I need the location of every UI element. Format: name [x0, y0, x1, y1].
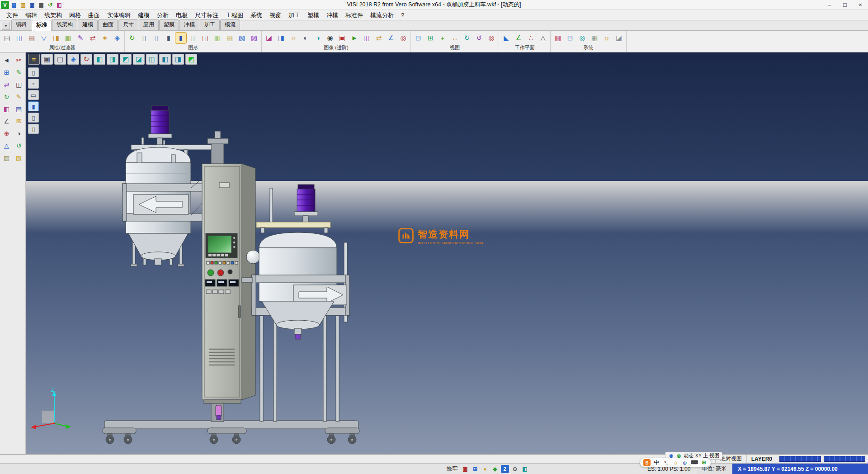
- layer-filter-icon[interactable]: ▥: [63, 33, 74, 43]
- toolbar-tab[interactable]: 尺寸: [118, 19, 138, 30]
- menu-item[interactable]: 模流分析: [367, 10, 397, 21]
- background-icon[interactable]: ▧: [236, 33, 247, 43]
- zoom-fit-icon[interactable]: ⊡: [413, 33, 424, 43]
- open-document-icon[interactable]: ▥: [19, 1, 27, 9]
- color-filter-icon[interactable]: ◨: [51, 33, 61, 43]
- workplane-standard-icon[interactable]: ◣: [501, 33, 512, 43]
- viewport-menu-icon[interactable]: ≡: [28, 54, 40, 65]
- view-back-icon[interactable]: ◧: [159, 54, 171, 65]
- hidden-line-icon[interactable]: ▯: [151, 33, 162, 43]
- minimize-button[interactable]: –: [822, 0, 837, 9]
- snap-grid-icon[interactable]: ⊞: [471, 465, 479, 473]
- snapshot-icon[interactable]: ▣: [337, 33, 348, 43]
- menu-item[interactable]: 尺寸标注: [191, 10, 222, 21]
- toolbar-tab[interactable]: 应用: [139, 19, 159, 30]
- camera-icon[interactable]: ◉: [325, 33, 335, 43]
- visi-logo-icon[interactable]: V: [1, 1, 9, 9]
- maximize-button[interactable]: □: [837, 0, 853, 9]
- lighting-icon[interactable]: ☼: [288, 33, 299, 43]
- menu-item[interactable]: 编辑: [22, 10, 41, 21]
- menu-item[interactable]: 系统: [247, 10, 266, 21]
- toolbar-tab[interactable]: 标准: [32, 20, 52, 31]
- menu-item[interactable]: 实体编辑: [104, 10, 134, 21]
- view-bottom-icon[interactable]: ◨: [172, 54, 184, 65]
- workplane-entity-icon[interactable]: ∠: [513, 33, 524, 43]
- shaded-display-icon[interactable]: ▮: [163, 33, 174, 43]
- view-iso-icon[interactable]: ◧: [94, 54, 105, 65]
- wireframe-display-icon[interactable]: ▯: [139, 33, 150, 43]
- lock-toggle[interactable]: 拴牢: [443, 465, 461, 473]
- environment-icon[interactable]: ◎: [577, 33, 588, 43]
- menu-item[interactable]: 塑模: [304, 10, 323, 21]
- model-control-cabinet[interactable]: [202, 164, 260, 403]
- toolbar-tab[interactable]: 曲面: [98, 19, 118, 30]
- options-icon[interactable]: ☼: [601, 33, 612, 43]
- ime-mic-icon[interactable]: ψ: [681, 459, 689, 466]
- measure-icon[interactable]: ∠: [386, 33, 396, 43]
- triangle-icon[interactable]: △: [1, 140, 12, 151]
- filter-icon[interactable]: ▽: [38, 33, 49, 43]
- snap-icon[interactable]: ⊞: [1, 67, 12, 78]
- gear-icon[interactable]: ⊙: [511, 465, 519, 473]
- filter-groups-icon[interactable]: ▯: [28, 124, 39, 134]
- phase-icon[interactable]: ◑: [14, 128, 24, 139]
- pan-icon[interactable]: ↔: [449, 33, 460, 43]
- display-settings-icon[interactable]: ⊡: [565, 33, 576, 43]
- new-document-icon[interactable]: ▤: [10, 1, 18, 9]
- menu-item[interactable]: 电极: [172, 10, 191, 21]
- sketch-icon[interactable]: ✎: [14, 67, 24, 78]
- workplane-3points-icon[interactable]: ∴: [525, 33, 536, 43]
- ime-emoji-icon[interactable]: ☺: [672, 459, 679, 466]
- menu-item[interactable]: 线架构: [41, 10, 66, 21]
- zoom-window-icon[interactable]: ⊞: [425, 33, 436, 43]
- render-icon[interactable]: ◪: [264, 33, 274, 43]
- ime-keyboard-icon[interactable]: ⌨: [691, 459, 698, 466]
- drafting-icon[interactable]: ◪: [613, 33, 624, 43]
- toolbar-tab[interactable]: 塑膜: [159, 19, 179, 30]
- undo-icon[interactable]: ↺: [46, 1, 54, 9]
- view-front-icon[interactable]: ◩: [120, 54, 132, 65]
- sogou-logo-icon[interactable]: S: [643, 459, 651, 466]
- selection-filter-icon[interactable]: ▣: [461, 465, 469, 473]
- entity-info-icon[interactable]: ◈: [112, 33, 123, 43]
- shaded-mode-icon[interactable]: ▣: [41, 54, 53, 65]
- menu-item[interactable]: 标准件: [342, 10, 367, 21]
- tab-dropdown-button[interactable]: ▼: [2, 22, 10, 30]
- regenerate-icon[interactable]: ↻: [127, 33, 137, 43]
- viewport[interactable]: Z ≡▣▢◈↻◧◨◩◪◫◧◨◩ ▯▫▭▮▯▯: [26, 52, 868, 454]
- transparent-display-icon[interactable]: ▯: [188, 33, 198, 43]
- folder-icon[interactable]: ▧: [14, 152, 24, 163]
- previous-view-icon[interactable]: ↺: [474, 33, 485, 43]
- mail-icon[interactable]: ✉: [14, 116, 24, 127]
- preview-icon[interactable]: ◫: [14, 33, 25, 43]
- menu-item[interactable]: 视窗: [266, 10, 285, 21]
- award-icon[interactable]: ♦: [481, 465, 489, 473]
- smooth-display-icon[interactable]: ▨: [249, 33, 259, 43]
- cube-toggle-icon[interactable]: ◧: [521, 465, 529, 473]
- annotate-icon[interactable]: ✎: [14, 91, 24, 102]
- angle-icon[interactable]: ∠: [1, 116, 12, 127]
- filter-solids-icon[interactable]: ▮: [28, 101, 39, 111]
- edit-attributes-icon[interactable]: ✎: [75, 33, 86, 43]
- toolbar-tab[interactable]: 模流: [220, 19, 240, 30]
- select-icon[interactable]: ◄: [1, 55, 12, 66]
- ime-punct-icon[interactable]: °,: [662, 459, 670, 466]
- animation-icon[interactable]: ►: [349, 33, 360, 43]
- detail-level-icon[interactable]: ▥: [212, 33, 223, 43]
- section-view-icon[interactable]: ◫: [200, 33, 211, 43]
- regen-icon[interactable]: ↻: [1, 91, 12, 102]
- model-base-frame[interactable]: [103, 421, 359, 444]
- wireframe-mode-icon[interactable]: ▢: [54, 54, 66, 65]
- undo-history-icon[interactable]: ↺: [14, 140, 24, 151]
- cad-model-canvas[interactable]: Z: [26, 52, 868, 454]
- filter-points-icon[interactable]: ▫: [28, 79, 39, 89]
- save-icon[interactable]: ▣: [28, 1, 36, 9]
- toolbar-tab[interactable]: 建模: [78, 19, 98, 30]
- color-table-icon[interactable]: ▦: [552, 33, 563, 43]
- info-icon[interactable]: 2: [501, 465, 509, 473]
- active-layer-button[interactable]: LAYER0: [746, 455, 777, 463]
- ime-toolbar[interactable]: S中°,☺ψ⌨⊞: [640, 458, 711, 467]
- menu-item[interactable]: 建模: [134, 10, 153, 21]
- menu-item[interactable]: 工程图: [222, 10, 247, 21]
- toolbar-tab[interactable]: 线架构: [52, 19, 77, 30]
